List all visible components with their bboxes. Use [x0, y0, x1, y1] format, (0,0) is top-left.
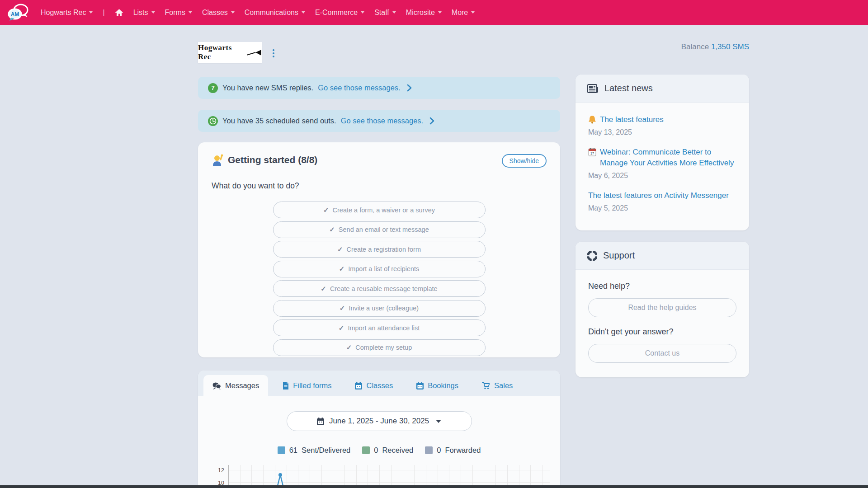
- calendar-icon: [416, 382, 424, 389]
- cart-icon: [482, 382, 490, 389]
- task-create-registration-button[interactable]: ✓Create a registration form: [273, 241, 486, 258]
- check-icon: ✓: [339, 324, 344, 332]
- chevron-down-icon: [438, 11, 442, 14]
- stats-tab-strip: Messages Filled forms Classes: [198, 371, 560, 396]
- nav-item-classes[interactable]: Classes: [202, 9, 235, 17]
- check-icon: ✓: [337, 245, 343, 253]
- latest-news-card: Latest news The latest features May 13, …: [576, 75, 749, 230]
- svg-text:17: 17: [590, 152, 594, 155]
- nav-item-org[interactable]: Hogwarts Rec: [41, 9, 93, 17]
- org-menu-kebab-icon[interactable]: [271, 47, 276, 59]
- tab-bookings[interactable]: Bookings: [407, 375, 467, 396]
- getting-started-question: What do you want to do?: [212, 181, 547, 191]
- nav-item-ecommerce[interactable]: E-Commerce: [315, 9, 364, 17]
- balance-value-link[interactable]: 1,350 SMS: [711, 42, 749, 51]
- date-range-picker[interactable]: June 1, 2025 - June 30, 2025: [287, 411, 472, 431]
- check-icon: ✓: [323, 206, 329, 214]
- task-send-message-button[interactable]: ✓Send an email or text message: [273, 221, 486, 238]
- legend-forwarded[interactable]: 0 Forwarded: [425, 446, 481, 455]
- org-logo-image: Hogwarts Rec: [198, 42, 262, 63]
- task-create-form-button[interactable]: ✓Create a form, a waiver or a survey: [273, 202, 486, 218]
- home-icon: [115, 9, 123, 17]
- legend-received[interactable]: 0 Received: [362, 446, 413, 455]
- read-help-guides-button[interactable]: Read the help guides: [588, 298, 736, 317]
- tab-classes[interactable]: Classes: [346, 375, 402, 396]
- task-list: ✓Create a form, a waiver or a survey ✓Se…: [273, 202, 486, 356]
- alert-link[interactable]: Go see those messages.: [341, 117, 424, 125]
- nav-item-forms[interactable]: Forms: [165, 9, 192, 17]
- sms-balance: Balance 1,350 SMS: [681, 42, 749, 52]
- support-header: Support: [576, 242, 749, 270]
- news-link[interactable]: The latest features: [600, 114, 664, 126]
- need-help-text: Need help?: [588, 282, 736, 291]
- nav-item-communications[interactable]: Communications: [245, 9, 305, 17]
- nav-item-more[interactable]: More: [452, 9, 475, 17]
- bell-icon: [588, 115, 596, 124]
- chevron-down-icon: [89, 11, 93, 14]
- nav-separator: |: [103, 9, 104, 17]
- check-icon: ✓: [340, 304, 345, 312]
- didnt-get-answer-text: Didn't get your answer?: [588, 327, 736, 337]
- news-item: 17 Webinar: Communicate Better to Manage…: [588, 147, 736, 180]
- chevron-down-icon: [189, 11, 192, 14]
- chevron-down-icon: [151, 11, 155, 14]
- svg-text:AM: AM: [11, 11, 19, 18]
- news-item: The latest features May 13, 2025: [588, 114, 736, 136]
- stats-card: Messages Filled forms Classes: [198, 371, 560, 488]
- show-hide-button[interactable]: Show/hide: [502, 154, 547, 168]
- sent-delivered-series: [229, 465, 551, 488]
- chevron-right-icon[interactable]: [429, 117, 434, 125]
- chevron-down-icon: [231, 11, 235, 14]
- nav-item-lists[interactable]: Lists: [133, 9, 155, 17]
- balance-label: Balance: [681, 42, 709, 51]
- app-logo[interactable]: AM: [7, 3, 29, 22]
- nav-item-staff[interactable]: Staff: [374, 9, 396, 17]
- clock-icon: [208, 116, 218, 126]
- chevron-down-icon: [471, 11, 475, 14]
- legend-swatch-gray: [425, 446, 433, 454]
- person-raising-hand-icon: [212, 154, 223, 166]
- task-complete-setup-button[interactable]: ✓Complete my setup: [273, 339, 486, 356]
- tab-filled-forms[interactable]: Filled forms: [274, 375, 340, 396]
- task-invite-user-button[interactable]: ✓Invite a user (colleague): [273, 300, 486, 317]
- news-link[interactable]: The latest features on Activity Messenge…: [588, 190, 729, 202]
- support-title: Support: [603, 250, 635, 261]
- task-import-recipients-button[interactable]: ✓Import a list of recipients: [273, 261, 486, 277]
- tab-messages[interactable]: Messages: [203, 375, 268, 396]
- org-logo-text: Hogwarts Rec: [198, 43, 245, 61]
- alert-text: You have 35 scheduled send outs.: [222, 117, 336, 125]
- news-link[interactable]: Webinar: Communicate Better to Manage Yo…: [600, 147, 736, 169]
- calendar-icon: [317, 418, 324, 425]
- getting-started-title: Getting started (8/8): [212, 154, 317, 166]
- newspaper-icon: [587, 84, 599, 93]
- alert-text: You have new SMS replies.: [222, 84, 313, 92]
- sms-replies-alert: 7 You have new SMS replies. Go see those…: [198, 77, 560, 99]
- check-icon: ✓: [346, 343, 352, 352]
- contact-us-button[interactable]: Contact us: [588, 344, 736, 363]
- nav-item-microsite[interactable]: Microsite: [406, 9, 442, 17]
- alert-link[interactable]: Go see those messages.: [318, 84, 401, 92]
- latest-news-title: Latest news: [604, 83, 653, 94]
- news-date: May 6, 2025: [588, 172, 736, 180]
- task-create-template-button[interactable]: ✓Create a reusable message template: [273, 280, 486, 297]
- legend-sent-delivered[interactable]: 61 Sent/Delivered: [278, 446, 351, 455]
- lifebuoy-icon: [587, 251, 597, 261]
- chevron-down-icon: [361, 11, 364, 14]
- task-import-attendance-button[interactable]: ✓Import an attendance list: [273, 319, 486, 336]
- calendar-icon: [355, 382, 362, 389]
- getting-started-card: Getting started (8/8) Show/hide What do …: [198, 142, 560, 357]
- calendar-emoji-icon: 17: [588, 148, 596, 156]
- tab-sales[interactable]: Sales: [473, 375, 522, 396]
- news-date: May 5, 2025: [588, 204, 736, 212]
- nav-item-home[interactable]: [115, 9, 123, 17]
- chart-legend: 61 Sent/Delivered 0 Received 0 Forwarded: [198, 446, 560, 455]
- bottom-edge-bar: [0, 485, 868, 488]
- chevron-down-icon: [392, 11, 396, 14]
- check-icon: ✓: [329, 225, 335, 234]
- chart-y-axis-labels: 12 10: [214, 465, 224, 488]
- latest-news-header: Latest news: [576, 75, 749, 103]
- support-card: Support Need help? Read the help guides …: [576, 242, 749, 377]
- scheduled-sendouts-alert: You have 35 scheduled send outs. Go see …: [198, 110, 560, 132]
- reply-count-badge: 7: [208, 83, 218, 93]
- chevron-right-icon[interactable]: [407, 84, 412, 92]
